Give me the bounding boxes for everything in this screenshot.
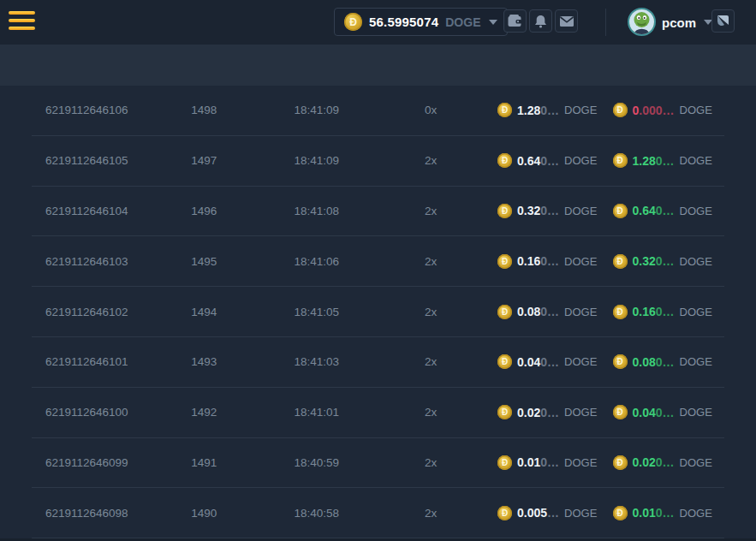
profit-amount-truncated: 0… — [656, 455, 675, 469]
bet-amount-truncated: 0… — [540, 355, 559, 369]
bet-amount-main: 0.005 — [517, 506, 547, 520]
bet-amount: 0.040… — [517, 355, 559, 369]
doge-coin-icon: Đ — [497, 204, 512, 218]
table-row[interactable]: 6219112646106149818:41:090xĐ1.280…DOGEĐ0… — [32, 86, 724, 136]
bet-amount-main: 0.04 — [517, 355, 540, 369]
doge-coin-icon: Đ — [497, 455, 512, 470]
menu-bar — [9, 27, 35, 30]
doge-coin-icon: Đ — [613, 103, 628, 117]
table-row[interactable]: 6219112646098149018:40:582xĐ0.005…DOGEĐ0… — [32, 488, 724, 538]
multiplier: 2x — [396, 255, 466, 268]
wallet-icon — [508, 15, 522, 27]
profit-amount-truncated: 0… — [656, 254, 675, 268]
table-row[interactable]: 6219112646101149318:41:032xĐ0.040…DOGEĐ0… — [32, 337, 724, 388]
notifications-button[interactable] — [529, 9, 552, 33]
profit-amount-main: 0.64 — [633, 204, 656, 217]
profit-amount-truncated: 0… — [656, 506, 675, 520]
currency-label: DOGE — [564, 154, 597, 167]
multiplier: 2x — [396, 306, 466, 318]
doge-coin-icon: Đ — [497, 405, 512, 419]
currency-label: DOGE — [680, 255, 712, 268]
currency-label: DOGE — [564, 205, 597, 217]
bet-time: 18:40:59 — [237, 456, 396, 469]
currency-label: DOGE — [564, 306, 597, 318]
wallet-button[interactable] — [503, 9, 527, 33]
profit-amount-main: 0.04 — [633, 406, 656, 419]
profit-amount-group: Đ0.320…DOGE — [613, 254, 724, 269]
chevron-down-icon — [489, 20, 497, 25]
bet-amount-group: Đ0.080…DOGE — [497, 305, 612, 319]
bet-amount-main: 0.02 — [517, 406, 540, 419]
profit-amount: 0.010… — [633, 506, 675, 520]
balance-amount: 56.5995074 — [369, 15, 438, 29]
bet-id: 6219112646099 — [32, 456, 170, 469]
profit-amount: 0.000… — [633, 104, 675, 117]
table-row[interactable]: 6219112646099149118:40:592xĐ0.010…DOGEĐ0… — [32, 438, 724, 489]
table-row[interactable]: 6219112646102149418:41:052xĐ0.080…DOGEĐ0… — [32, 287, 724, 337]
doge-coin-icon: Đ — [613, 455, 628, 470]
chat-toggle-icon — [716, 14, 730, 28]
bet-amount-main: 0.01 — [517, 455, 540, 469]
profit-amount-group: Đ0.160…DOGE — [613, 305, 724, 319]
user-menu[interactable]: pcom — [662, 0, 712, 45]
currency-label: DOGE — [564, 507, 597, 520]
profit-amount-main: 0.08 — [633, 355, 656, 369]
table-row[interactable]: 6219112646104149618:41:082xĐ0.320…DOGEĐ0… — [32, 187, 724, 237]
bell-icon — [534, 15, 547, 28]
bet-amount: 0.010… — [517, 455, 559, 469]
mail-icon — [560, 16, 574, 27]
doge-coin-icon: Đ — [497, 305, 512, 319]
bet-time: 18:41:03 — [237, 355, 396, 368]
profit-amount-truncated: 0… — [656, 204, 675, 217]
bet-amount-truncated: 0… — [540, 104, 559, 117]
menu-bar — [9, 11, 35, 15]
chat-toggle-button[interactable] — [711, 9, 735, 33]
doge-coin-icon: Đ — [613, 354, 628, 369]
balance-selector[interactable]: Đ 56.5995074 DOGE — [334, 8, 508, 36]
round-number: 1495 — [170, 255, 237, 268]
profit-amount-group: Đ0.640…DOGE — [613, 204, 724, 218]
currency-label: DOGE — [680, 406, 712, 419]
bet-amount-group: Đ1.280…DOGE — [497, 103, 612, 117]
bet-amount-main: 0.16 — [517, 254, 540, 268]
table-row[interactable]: 6219112646105149718:41:092xĐ0.640…DOGEĐ1… — [32, 136, 724, 187]
round-number: 1494 — [170, 306, 237, 318]
currency-label: DOGE — [564, 456, 597, 469]
bet-id: 6219112646101 — [32, 355, 170, 368]
table-row[interactable]: 6219112646103149518:41:062xĐ0.160…DOGEĐ0… — [32, 236, 724, 287]
divider — [605, 9, 606, 36]
profit-amount-main: 0.32 — [633, 254, 656, 268]
currency-label: DOGE — [564, 406, 597, 419]
profit-amount-truncated: 0… — [656, 406, 675, 419]
round-number: 1491 — [170, 456, 237, 469]
bet-amount-group: Đ0.010…DOGE — [497, 455, 612, 470]
multiplier: 2x — [396, 205, 466, 217]
currency-label: DOGE — [680, 205, 712, 217]
bet-amount-group: Đ0.320…DOGE — [497, 204, 612, 218]
bet-amount-main: 0.32 — [517, 204, 540, 217]
avatar[interactable] — [628, 8, 656, 36]
bet-time: 18:41:08 — [237, 205, 396, 217]
bet-amount-group: Đ0.160…DOGE — [497, 254, 612, 269]
bet-amount-group: Đ0.005…DOGE — [497, 506, 612, 520]
bet-amount-main: 0.64 — [517, 154, 540, 168]
profit-amount-main: 0.16 — [633, 305, 656, 318]
top-bar: Đ 56.5995074 DOGE — [0, 0, 756, 45]
currency-label: DOGE — [680, 507, 712, 520]
profit-amount-group: Đ1.280…DOGE — [613, 153, 724, 168]
doge-coin-icon: Đ — [613, 506, 628, 520]
bet-id: 6219112646105 — [32, 154, 170, 167]
bet-amount-truncated: 0… — [540, 406, 559, 419]
table-row[interactable]: 6219112646100149218:41:012xĐ0.020…DOGEĐ0… — [32, 388, 724, 438]
bet-amount-truncated: … — [547, 506, 559, 520]
doge-coin-icon: Đ — [497, 153, 512, 168]
bet-amount: 0.020… — [517, 406, 559, 419]
messages-button[interactable] — [555, 9, 578, 33]
currency-label: DOGE — [680, 104, 712, 116]
multiplier: 2x — [396, 355, 466, 368]
bet-amount: 0.005… — [517, 506, 559, 520]
bet-time: 18:40:58 — [237, 507, 396, 520]
bet-amount-main: 0.08 — [517, 305, 540, 318]
avatar-image — [629, 9, 654, 34]
menu-icon[interactable] — [9, 11, 35, 33]
